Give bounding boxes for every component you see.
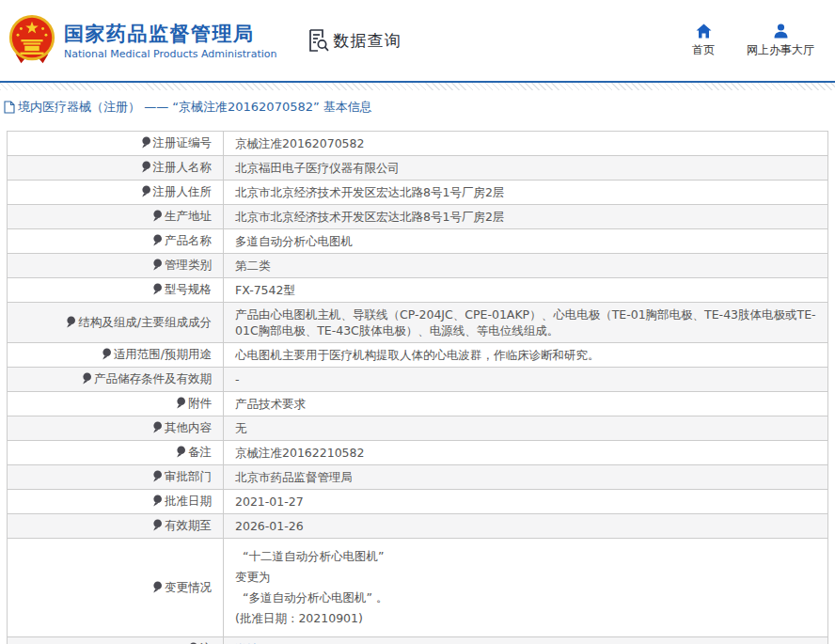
note-icon — [141, 185, 151, 200]
home-icon — [696, 24, 712, 39]
row-label-text: 适用范围/预期用途 — [114, 347, 212, 361]
table-row: 适用范围/预期用途 心电图机主要用于医疗机构提取人体的心电波群，作临床诊断和研究… — [8, 343, 828, 368]
row-label: 其他内容 — [8, 416, 224, 441]
row-label: 有效期至 — [8, 514, 224, 539]
data-query-label: 数据查询 — [333, 30, 401, 52]
row-value: 北京福田电子医疗仪器有限公司 — [224, 156, 828, 181]
document-icon — [4, 101, 15, 114]
data-query-tab[interactable]: 数据查询 — [307, 28, 401, 53]
row-value: “十二道自动分析心电图机” 变更为 “多道自动分析心电图机” 。 (批准日期：2… — [224, 539, 828, 637]
row-label-text: 批准日期 — [165, 494, 212, 508]
nav-home[interactable]: 首页 — [692, 24, 715, 58]
row-value: 京械注准20162070582 — [224, 132, 828, 156]
note-icon — [152, 259, 163, 274]
table-row: 有效期至 2026-01-26 — [8, 514, 828, 539]
org-name-cn: 国家药品监督管理局 — [64, 22, 276, 46]
row-label: 结构及组成/主要组成成分 — [8, 303, 224, 343]
header-nav: 首页 网上办事大厅 — [692, 24, 814, 58]
row-label-text: 注册证编号 — [153, 135, 213, 149]
org-names: 国家药品监督管理局 National Medical Products Admi… — [64, 22, 276, 60]
row-label-text: 其他内容 — [165, 420, 212, 434]
row-value: 无 — [224, 416, 828, 441]
user-icon — [773, 24, 789, 39]
note-icon — [152, 519, 163, 534]
row-value: 北京市北京经济技术开发区宏达北路8号1号厂房2层 — [224, 205, 828, 229]
row-value: 北京市北京经济技术开发区宏达北路8号1号厂房2层 — [224, 181, 828, 205]
row-label: 注册证编号 — [8, 132, 224, 156]
national-emblem-icon — [8, 14, 56, 67]
row-label: 生产地址 — [8, 205, 224, 229]
note-icon — [152, 234, 163, 249]
row-label: 适用范围/预期用途 — [8, 343, 224, 368]
page: 国家药品监督管理局 National Medical Products Admi… — [0, 0, 835, 644]
row-value: 2026-01-26 — [224, 514, 828, 539]
table-row: 注册人住所 北京市北京经济技术开发区宏达北路8号1号厂房2层 — [8, 181, 828, 205]
row-value: 2021-01-27 — [224, 490, 828, 514]
data-query-icon — [307, 28, 329, 53]
row-label-text: 产品名称 — [165, 233, 212, 247]
table-row: 结构及组成/主要组成成分 产品由心电图机主机、导联线（CP-204JC、CPE-… — [8, 303, 828, 343]
row-label: 批准日期 — [8, 490, 224, 514]
row-label: 注册人名称 — [8, 156, 224, 181]
row-value: 第二类 — [224, 254, 828, 278]
row-label-text: 注册人名称 — [153, 160, 213, 174]
row-value: 多道自动分析心电图机 — [224, 229, 828, 254]
stripe-band — [0, 83, 835, 90]
breadcrumb-text: 境内医疗器械（注册） —— “京械注准20162070582” 基本信息 — [18, 99, 372, 116]
row-label: 备注 — [8, 441, 224, 465]
row-label: 管理类别 — [8, 254, 224, 278]
row-label-text: 管理类别 — [165, 258, 212, 272]
row-value: - — [224, 368, 828, 392]
note-icon — [152, 210, 163, 225]
row-label: 注 — [8, 637, 224, 644]
row-label: 变更情况 — [8, 539, 224, 637]
row-label: 产品储存条件及有效期 — [8, 368, 224, 392]
row-value: 产品由心电图机主机、导联线（CP-204JC、CPE-01AKP）、心电电极（T… — [224, 303, 828, 343]
note-icon — [152, 283, 163, 298]
table-row: 批准日期 2021-01-27 — [8, 490, 828, 514]
row-label-text: 结构及组成/主要组成成分 — [78, 315, 212, 329]
row-value: 心电图机主要用于医疗机构提取人体的心电波群，作临床诊断和研究。 — [224, 343, 828, 368]
table-row: 生产地址 北京市北京经济技术开发区宏达北路8号1号厂房2层 — [8, 205, 828, 229]
row-label-text: 变更情况 — [165, 580, 212, 594]
row-label-text: 生产地址 — [165, 209, 212, 223]
table-row: 变更情况 “十二道自动分析心电图机” 变更为 “多道自动分析心电图机” 。 (批… — [8, 539, 828, 637]
note-icon — [152, 581, 163, 596]
org-name-en: National Medical Products Administration — [64, 48, 276, 60]
row-value: 北京市药品监督管理局 — [224, 465, 828, 490]
row-label-text: 审批部门 — [165, 469, 212, 483]
note-icon — [152, 470, 163, 485]
row-value: 产品技术要求 — [224, 392, 828, 416]
table-row: 注册证编号 京械注准20162070582 — [8, 132, 828, 156]
note-icon — [152, 421, 163, 436]
row-label-text: 有效期至 — [165, 518, 212, 532]
row-value: FX-7542型 — [224, 278, 828, 303]
note-icon — [176, 397, 186, 412]
nav-online-hall[interactable]: 网上办事大厅 — [747, 24, 814, 58]
nmpa-logo-block: 国家药品监督管理局 National Medical Products Admi… — [8, 14, 276, 67]
row-label: 产品名称 — [8, 229, 224, 254]
row-label-text: 注册人住所 — [153, 184, 213, 198]
table-row: 产品储存条件及有效期 - — [8, 368, 828, 392]
table-row: 备注 京械注准20162210582 — [8, 441, 828, 465]
note-icon — [102, 348, 112, 363]
row-label-text: 型号规格 — [165, 282, 212, 296]
table-row: 附件 产品技术要求 — [8, 392, 828, 416]
table-row: 其他内容 无 — [8, 416, 828, 441]
note-icon — [141, 161, 151, 176]
row-label: 审批部门 — [8, 465, 224, 490]
nav-online-hall-label: 网上办事大厅 — [747, 42, 814, 58]
row-value: 京械注准20162210582 — [224, 441, 828, 465]
table-row: 管理类别 第二类 — [8, 254, 828, 278]
info-table: 注册证编号 京械注准20162070582 注册人名称 北京福田电子医疗仪器有限… — [7, 131, 828, 644]
note-icon — [176, 446, 186, 461]
row-label: 注册人住所 — [8, 181, 224, 205]
row-value: 详情 — [224, 637, 828, 644]
table-row: 审批部门 北京市药品监督管理局 — [8, 465, 828, 490]
breadcrumb: 境内医疗器械（注册） —— “京械注准20162070582” 基本信息 — [4, 99, 835, 116]
note-icon — [66, 316, 76, 331]
row-label: 附件 — [8, 392, 224, 416]
row-label: 型号规格 — [8, 278, 224, 303]
note-icon — [152, 495, 163, 510]
row-label-text: 附件 — [188, 396, 212, 410]
